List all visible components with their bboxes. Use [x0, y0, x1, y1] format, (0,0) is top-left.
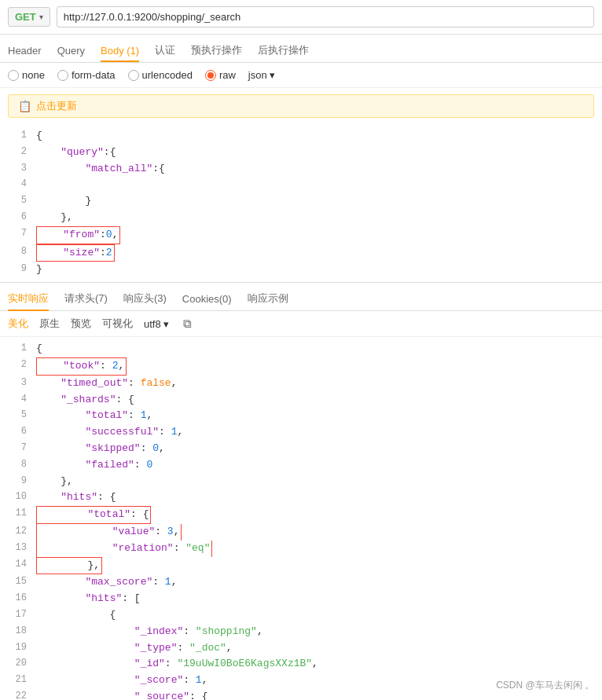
option-urlencoded-label: urlencoded — [142, 69, 193, 81]
json-format-label: json — [248, 69, 267, 81]
option-raw-label: raw — [219, 69, 236, 81]
encoding-select[interactable]: utf8 ▾ — [144, 318, 169, 330]
resp-line-8: 8 "failed": 0 — [8, 457, 594, 474]
highlight-from: "from":0, — [36, 226, 120, 244]
watermark-text: CSDN @车马去闲闲 。 — [496, 680, 594, 691]
resp-line-7: 7 "skipped": 0, — [8, 441, 594, 457]
req-line-7: 7 "from":0, — [8, 226, 594, 244]
option-urlencoded[interactable]: urlencoded — [128, 69, 193, 81]
req-line-6: 6 }, — [8, 210, 594, 226]
radio-raw — [205, 70, 216, 81]
req-line-8: 8 "size":2 — [8, 244, 594, 262]
resp-line-20: 20 "_id": "19uUwI0BoE6KagsXXz1B", — [8, 656, 594, 673]
update-text: 点击更新 — [36, 99, 77, 113]
resp-line-16: 16 "hits": [ — [8, 591, 594, 607]
highlight-took: "took": 2, — [36, 357, 127, 376]
req-linenum-9: 9 — [8, 262, 27, 277]
tab-realtime-response[interactable]: 实时响应 — [8, 288, 49, 311]
req-linenum-4: 4 — [8, 177, 27, 192]
tab-body[interactable]: Body (1) — [101, 41, 139, 62]
tab-pre-action[interactable]: 预执行操作 — [191, 39, 242, 63]
resp-line-11: 11 "total": { — [8, 506, 594, 524]
encoding-chevron-icon: ▾ — [163, 318, 169, 330]
tab-post-action[interactable]: 后执行操作 — [258, 39, 309, 63]
resp-line-4: 4 "_shards": { — [8, 392, 594, 409]
resp-line-6: 6 "successful": 1, — [8, 424, 594, 441]
req-line-3: 3 "match_all":{ — [8, 161, 594, 178]
resp-line-14: 14 }, — [8, 557, 594, 575]
json-chevron-icon: ▾ — [270, 69, 275, 81]
resp-line-15: 15 "max_score": 1, — [8, 574, 594, 591]
response-code-editor[interactable]: 1 { 2 "took": 2, 3 "timed_out": false, 4… — [0, 337, 602, 700]
resp-line-2: 2 "took": 2, — [8, 357, 594, 376]
beautify-item-preview[interactable]: 预览 — [71, 317, 91, 331]
resp-line-19: 19 "_type": "_doc", — [8, 640, 594, 657]
resp-line-18: 18 "_index": "shopping", — [8, 624, 594, 640]
chevron-down-icon: ▾ — [39, 13, 43, 21]
top-tabs: Header Query Body (1) 认证 预执行操作 后执行操作 — [0, 35, 602, 63]
resp-line-10: 10 "hits": { — [8, 489, 594, 506]
resp-line-5: 5 "total": 1, — [8, 408, 594, 424]
beautify-bar: 美化 原生 预览 可视化 utf8 ▾ ⧉ — [0, 311, 602, 337]
resp-line-9: 9 }, — [8, 474, 594, 490]
radio-raw-inner — [207, 72, 214, 79]
request-code-editor[interactable]: 1 { 2 "query":{ 3 "match_all":{ 4 5 } 6 … — [0, 124, 602, 283]
radio-urlencoded — [128, 70, 139, 81]
req-line-9: 9 } — [8, 262, 594, 278]
beautify-item-raw[interactable]: 原生 — [39, 317, 60, 331]
url-input[interactable] — [57, 6, 594, 27]
radio-form-data — [57, 70, 68, 81]
req-line-1: 1 { — [8, 128, 594, 145]
update-icon: 📋 — [18, 100, 31, 112]
response-tabs: 实时响应 请求头(7) 响应头(3) Cookies(0) 响应示例 — [0, 283, 602, 311]
url-bar: GET ▾ — [0, 0, 602, 35]
tab-header[interactable]: Header — [8, 41, 42, 62]
encoding-label: utf8 — [144, 318, 161, 330]
method-select[interactable]: GET ▾ — [8, 7, 50, 27]
beautify-item-beautify[interactable]: 美化 — [8, 317, 28, 331]
option-form-data-label: form-data — [72, 69, 116, 81]
tab-response-example[interactable]: 响应示例 — [248, 288, 288, 311]
beautify-item-visual[interactable]: 可视化 — [102, 317, 133, 331]
method-label: GET — [15, 11, 36, 23]
option-none-label: none — [22, 69, 45, 81]
option-form-data[interactable]: form-data — [57, 69, 116, 81]
tab-auth[interactable]: 认证 — [155, 39, 175, 63]
req-linenum-5: 5 — [8, 193, 27, 208]
resp-line-3: 3 "timed_out": false, — [8, 376, 594, 392]
req-linenum-1: 1 — [8, 128, 27, 143]
resp-line-12: 12 "value": 3, — [8, 524, 594, 541]
update-banner[interactable]: 📋 点击更新 — [8, 94, 594, 118]
req-linenum-8: 8 — [8, 244, 27, 259]
req-line-2: 2 "query":{ — [8, 145, 594, 161]
req-linenum-2: 2 — [8, 145, 27, 159]
req-line-5: 5 } — [8, 193, 594, 210]
resp-line-1: 1 { — [8, 341, 594, 357]
req-linenum-3: 3 — [8, 161, 27, 176]
highlight-size: "size":2 — [36, 244, 115, 262]
req-line-4: 4 — [8, 177, 594, 193]
req-linenum-7: 7 — [8, 226, 27, 241]
body-options: none form-data urlencoded raw json ▾ — [0, 63, 602, 88]
tab-request-headers[interactable]: 请求头(7) — [64, 288, 108, 311]
option-raw[interactable]: raw — [205, 69, 236, 81]
resp-line-13: 13 "relation": "eq" — [8, 541, 594, 557]
option-none[interactable]: none — [8, 69, 45, 81]
req-linenum-6: 6 — [8, 210, 27, 225]
tab-response-headers[interactable]: 响应头(3) — [123, 288, 167, 311]
tab-cookies[interactable]: Cookies(0) — [182, 289, 232, 310]
json-format-dropdown[interactable]: json ▾ — [248, 69, 275, 81]
copy-icon[interactable]: ⧉ — [183, 317, 192, 331]
watermark: CSDN @车马去闲闲 。 — [496, 679, 594, 692]
tab-query[interactable]: Query — [57, 41, 85, 62]
radio-none — [8, 70, 19, 81]
resp-line-17: 17 { — [8, 607, 594, 624]
